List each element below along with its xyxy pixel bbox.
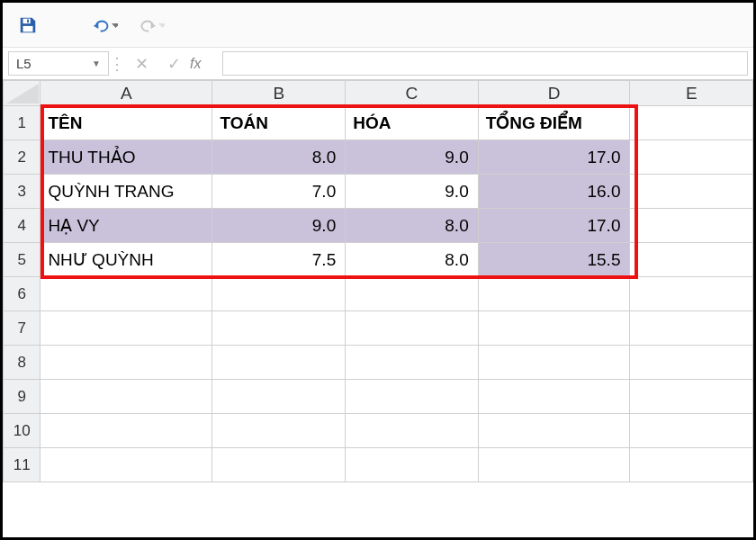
cell[interactable]: [630, 311, 753, 346]
cell[interactable]: 9.0: [346, 175, 479, 209]
cell[interactable]: [346, 277, 479, 311]
cell[interactable]: [212, 311, 346, 346]
cell[interactable]: QUỲNH TRANG: [40, 175, 212, 209]
col-header-a[interactable]: A: [40, 81, 212, 106]
cell[interactable]: 16.0: [478, 175, 630, 209]
row-header[interactable]: 10: [4, 414, 40, 448]
col-header-d[interactable]: D: [478, 81, 630, 106]
undo-dropdown-caret-icon[interactable]: [112, 19, 118, 32]
formula-input[interactable]: [222, 51, 748, 76]
cell[interactable]: [40, 448, 212, 482]
cell[interactable]: 8.0: [212, 140, 346, 175]
cell[interactable]: [630, 380, 753, 414]
undo-icon: [93, 16, 110, 34]
redo-dropdown-caret-icon: [158, 19, 165, 32]
cell[interactable]: [478, 380, 630, 414]
cell[interactable]: [630, 277, 753, 311]
cell[interactable]: [212, 346, 346, 380]
cell[interactable]: [40, 346, 212, 380]
svg-rect-1: [27, 19, 29, 22]
cell[interactable]: [212, 414, 346, 448]
select-all-corner[interactable]: [4, 81, 40, 106]
save-icon: [18, 15, 38, 35]
cell[interactable]: [212, 380, 346, 414]
cell[interactable]: [346, 346, 479, 380]
cell[interactable]: [40, 277, 212, 311]
row-header[interactable]: 8: [4, 346, 40, 380]
name-box-caret-icon[interactable]: ▼: [92, 58, 101, 68]
row-header[interactable]: 11: [4, 448, 40, 482]
cell[interactable]: [630, 106, 753, 140]
cell[interactable]: [630, 140, 753, 175]
cell[interactable]: [478, 346, 630, 380]
svg-rect-0: [23, 25, 33, 31]
fx-label[interactable]: fx: [190, 48, 222, 79]
cell[interactable]: TÊN: [40, 106, 212, 140]
cell[interactable]: 17.0: [478, 209, 630, 243]
cell[interactable]: NHƯ QUỲNH: [40, 243, 212, 277]
cell[interactable]: 8.0: [346, 209, 479, 243]
row-header[interactable]: 5: [4, 243, 40, 277]
row-header[interactable]: 9: [4, 380, 40, 414]
cell[interactable]: [212, 448, 346, 482]
formula-bar-grip-icon: ⋮: [109, 48, 125, 79]
row-header[interactable]: 4: [4, 209, 40, 243]
cell[interactable]: [630, 209, 753, 243]
cell[interactable]: [630, 448, 753, 482]
cancel-formula-button[interactable]: ✕: [125, 48, 158, 79]
cell[interactable]: 15.5: [478, 243, 630, 277]
cell[interactable]: [478, 277, 630, 311]
cell[interactable]: TOÁN: [212, 106, 346, 140]
cell[interactable]: TỔNG ĐIỂM: [478, 106, 630, 140]
cell[interactable]: [630, 243, 753, 277]
cell[interactable]: [478, 448, 630, 482]
cell[interactable]: 17.0: [478, 140, 630, 175]
col-header-b[interactable]: B: [212, 81, 346, 106]
row-header[interactable]: 1: [4, 106, 40, 140]
cell[interactable]: HẠ VY: [40, 209, 212, 243]
cell[interactable]: [630, 414, 753, 448]
row-header[interactable]: 6: [4, 277, 40, 311]
cell[interactable]: 9.0: [212, 209, 346, 243]
spreadsheet-grid[interactable]: A B C D E 1 TÊN TOÁN HÓA TỔNG ĐIỂM 2: [3, 80, 753, 537]
cell[interactable]: [346, 380, 479, 414]
cell[interactable]: 9.0: [346, 140, 479, 175]
row-header[interactable]: 3: [4, 175, 40, 209]
name-box[interactable]: L5 ▼: [8, 51, 109, 76]
cell[interactable]: [346, 448, 479, 482]
redo-button[interactable]: [140, 13, 165, 38]
quick-access-toolbar: [3, 3, 753, 48]
confirm-formula-button[interactable]: ✓: [158, 48, 190, 79]
formula-bar-row: L5 ▼ ⋮ ✕ ✓ fx: [3, 48, 753, 80]
cell[interactable]: [478, 311, 630, 346]
cell[interactable]: [40, 414, 212, 448]
row-header[interactable]: 7: [4, 311, 40, 346]
cell[interactable]: [478, 414, 630, 448]
cell[interactable]: 7.5: [212, 243, 346, 277]
cell[interactable]: [346, 414, 479, 448]
cell[interactable]: 8.0: [346, 243, 479, 277]
row-header[interactable]: 2: [4, 140, 40, 175]
cell[interactable]: [212, 277, 346, 311]
redo-icon: [140, 16, 157, 34]
cell[interactable]: 7.0: [212, 175, 346, 209]
cell[interactable]: [630, 175, 753, 209]
cell[interactable]: [40, 380, 212, 414]
cell[interactable]: [346, 311, 479, 346]
cell[interactable]: THU THẢO: [40, 140, 212, 175]
cell[interactable]: [40, 311, 212, 346]
col-header-c[interactable]: C: [346, 81, 479, 106]
cell[interactable]: [630, 346, 753, 380]
undo-button[interactable]: [93, 13, 118, 38]
save-button[interactable]: [15, 13, 40, 38]
name-box-value: L5: [16, 56, 32, 71]
col-header-e[interactable]: E: [630, 81, 753, 106]
cell[interactable]: HÓA: [346, 106, 479, 140]
